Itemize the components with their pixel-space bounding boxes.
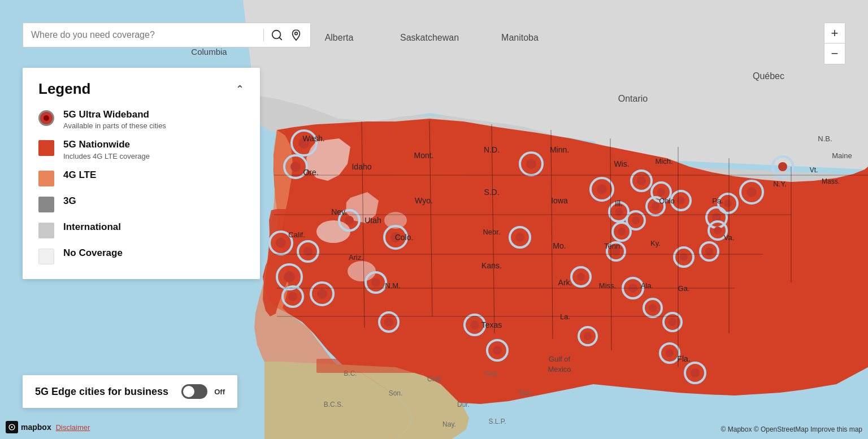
- attribution-bar: mapbox Disclaimer: [6, 421, 90, 433]
- svg-point-78: [584, 332, 592, 340]
- search-input[interactable]: [31, 30, 257, 40]
- 3g-text: 3G: [63, 195, 76, 207]
- svg-text:Wis.: Wis.: [614, 159, 629, 168]
- svg-text:Manitoba: Manitoba: [501, 33, 539, 42]
- svg-text:Ga.: Ga.: [678, 284, 690, 293]
- legend-item-no-coverage: No Coverage: [38, 247, 244, 264]
- mapbox-icon: [6, 421, 18, 433]
- svg-text:Colo.: Colo.: [395, 233, 414, 242]
- zoom-controls[interactable]: + −: [824, 23, 845, 64]
- svg-point-52: [632, 216, 640, 224]
- svg-point-66: [724, 199, 732, 207]
- zoom-in-button[interactable]: +: [824, 23, 845, 44]
- 3g-label: 3G: [63, 195, 76, 207]
- svg-text:Idaho: Idaho: [351, 162, 371, 171]
- toggle-state-label: Off: [214, 388, 225, 396]
- map-container[interactable]: British Columbia Alberta Saskatchewan Ma…: [0, 0, 868, 439]
- legend-title: Legend: [38, 80, 90, 98]
- ultra-wideband-text: 5G Ultra Wideband Available in parts of …: [63, 109, 166, 130]
- zoom-out-button[interactable]: −: [824, 44, 845, 64]
- toggle-track[interactable]: [181, 384, 207, 399]
- svg-text:Minn.: Minn.: [550, 145, 569, 154]
- svg-text:Mont.: Mont.: [414, 151, 433, 160]
- svg-text:Vt.: Vt.: [810, 166, 818, 174]
- svg-rect-154: [316, 359, 418, 373]
- legend-panel: Legend ⌃ 5G Ultra Wideband Available in …: [23, 68, 260, 279]
- nationwide-icon: [38, 140, 54, 156]
- svg-text:Ala.: Ala.: [641, 281, 653, 290]
- svg-text:Mass.: Mass.: [822, 177, 840, 185]
- svg-text:S.L.P.: S.L.P.: [488, 418, 506, 425]
- svg-text:Gulf of: Gulf of: [549, 355, 571, 363]
- svg-text:Calif.: Calif.: [288, 231, 305, 239]
- svg-point-36: [526, 159, 536, 169]
- search-icon[interactable]: [271, 29, 283, 41]
- svg-point-157: [295, 32, 298, 35]
- svg-point-6: [316, 220, 350, 243]
- legend-item-lte: 4G LTE: [38, 169, 244, 186]
- 3g-icon: [38, 197, 54, 212]
- svg-point-82: [714, 227, 722, 234]
- svg-point-14: [276, 238, 286, 248]
- legend-item-ultra-wideband: 5G Ultra Wideband Available in parts of …: [38, 109, 244, 130]
- no-coverage-label: No Coverage: [63, 247, 123, 259]
- attribution-right: © Mapbox © OpenStreetMap Improve this ma…: [721, 425, 862, 433]
- svg-text:Dur.: Dur.: [457, 401, 470, 408]
- search-divider: [263, 29, 264, 41]
- svg-point-38: [515, 233, 524, 242]
- toggle-thumb: [183, 386, 194, 397]
- international-text: International: [63, 221, 121, 233]
- svg-text:Ill.: Ill.: [615, 199, 623, 208]
- lte-icon: [38, 171, 54, 186]
- svg-text:Fla.: Fla.: [677, 354, 690, 363]
- svg-text:Nay.: Nay.: [442, 420, 456, 428]
- svg-text:Alberta: Alberta: [325, 33, 354, 42]
- legend-collapse-button[interactable]: ⌃: [236, 83, 244, 95]
- legend-header: Legend ⌃: [38, 80, 244, 98]
- legend-item-nationwide: 5G Nationwide Includes 4G LTE coverage: [38, 139, 244, 160]
- svg-text:Va.: Va.: [724, 233, 735, 242]
- svg-line-156: [279, 37, 281, 40]
- ultra-wideband-sublabel: Available in parts of these cities: [63, 121, 166, 130]
- legend-item-international: International: [38, 221, 244, 238]
- nationwide-sublabel: Includes 4G LTE coverage: [63, 152, 150, 160]
- svg-text:Mexico: Mexico: [548, 365, 571, 373]
- disclaimer-link[interactable]: Disclaimer: [56, 423, 90, 432]
- ultra-wideband-icon: [38, 110, 54, 126]
- svg-point-76: [669, 318, 676, 326]
- svg-point-34: [493, 346, 502, 355]
- no-coverage-text: No Coverage: [63, 247, 123, 259]
- svg-text:Wash.: Wash.: [302, 134, 324, 143]
- svg-text:S.D.: S.D.: [484, 188, 499, 197]
- svg-point-30: [384, 318, 393, 327]
- svg-text:Ky.: Ky.: [650, 239, 661, 247]
- svg-text:Columbia: Columbia: [191, 47, 227, 56]
- nationwide-label: 5G Nationwide: [63, 139, 150, 150]
- svg-text:Québec: Québec: [753, 71, 784, 81]
- svg-text:Coa.: Coa.: [484, 370, 498, 377]
- edge-cities-toggle[interactable]: Off: [181, 384, 225, 399]
- svg-point-44: [657, 188, 665, 196]
- svg-point-42: [637, 176, 646, 185]
- svg-text:Ore.: Ore.: [303, 168, 318, 177]
- location-pin-icon[interactable]: [290, 29, 302, 41]
- svg-text:Saskatchewan: Saskatchewan: [400, 33, 459, 42]
- svg-point-28: [371, 278, 380, 287]
- svg-text:Wyo.: Wyo.: [415, 196, 433, 205]
- nationwide-text: 5G Nationwide Includes 4G LTE coverage: [63, 139, 150, 160]
- search-icon-wrap: [271, 29, 302, 41]
- search-bar[interactable]: [23, 23, 311, 47]
- mapbox-label: mapbox: [21, 423, 51, 432]
- svg-text:Maine: Maine: [832, 151, 852, 160]
- edge-cities-label: 5G Edge cities for business: [35, 386, 168, 398]
- svg-point-70: [778, 162, 787, 171]
- svg-text:Ark.: Ark.: [558, 278, 572, 287]
- svg-text:Ontario: Ontario: [618, 94, 648, 103]
- svg-point-74: [666, 349, 674, 357]
- svg-text:Ariz.: Ariz.: [349, 253, 363, 262]
- svg-text:Iowa: Iowa: [551, 196, 568, 205]
- svg-point-20: [303, 247, 313, 256]
- svg-text:Nev.: Nev.: [331, 207, 347, 216]
- svg-point-72: [691, 368, 700, 377]
- svg-text:Tenn.: Tenn.: [604, 242, 622, 250]
